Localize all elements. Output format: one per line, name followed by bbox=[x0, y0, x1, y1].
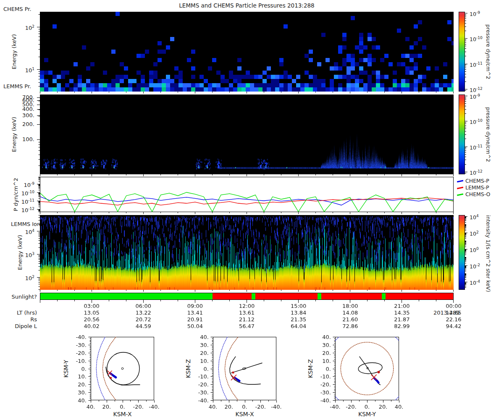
sunlight-row-label: Sunlight? bbox=[8, 294, 37, 300]
colorbar-intensity-ions bbox=[459, 215, 465, 290]
x-axis-ticks bbox=[40, 92, 454, 94]
y-axis-ticks bbox=[36, 94, 40, 174]
colorbar-tick-label: 10-11 bbox=[470, 143, 489, 151]
orbit-x-tick-label: -40. bbox=[144, 404, 164, 410]
orbit-y-tick-label: -40. bbox=[71, 334, 87, 340]
orbit-y-tick-label: 30. bbox=[194, 342, 209, 348]
colorbar-pressure-lemms bbox=[459, 94, 465, 174]
ephemeris-value: 94.42 bbox=[442, 323, 465, 329]
orbit-y-tick-label: -30. bbox=[316, 389, 331, 396]
sunlight-indicator-bar bbox=[40, 293, 454, 300]
y-axis-tick-label: 300. bbox=[9, 112, 34, 118]
time-tick-label: 15:00 bbox=[287, 303, 310, 309]
ephemeris-value: 21.87 bbox=[390, 316, 414, 323]
row-label-rs: Rs bbox=[1, 316, 37, 323]
orbit-y-tick-label: 0. bbox=[194, 366, 209, 372]
colorbar-tick-label: 10-4 bbox=[470, 278, 489, 286]
y-axis-tick-label: 103 bbox=[9, 251, 34, 258]
legend-item-lemms-p: LEMMS-P bbox=[457, 184, 490, 191]
ephemeris-value: 50.04 bbox=[183, 323, 207, 329]
colorbar-tick-label: 102 bbox=[470, 229, 489, 237]
y-axis-tick-label: 102 bbox=[9, 24, 34, 31]
sunlight-segment bbox=[321, 293, 382, 299]
y-axis-tick-label: 400. bbox=[9, 106, 34, 112]
time-tick-label: 03:00 bbox=[80, 303, 103, 309]
ephemeris-value: 20.72 bbox=[131, 316, 155, 323]
ephemeris-value: 82.99 bbox=[390, 323, 414, 329]
orbit-y-tick-label: 40. bbox=[316, 334, 331, 340]
orbit1-x-axis-label: KSM-X bbox=[91, 411, 154, 417]
orbit-plot-2 bbox=[207, 331, 282, 405]
ephemeris-value: 56.47 bbox=[235, 323, 259, 329]
colorbar-ticks bbox=[465, 12, 469, 92]
y-axis-tick-label: 102 bbox=[9, 274, 34, 281]
ephemeris-value: 64.04 bbox=[287, 323, 310, 329]
ephemeris-value: 21.35 bbox=[287, 316, 310, 323]
ephemeris-value: 13.22 bbox=[131, 310, 155, 316]
sunlight-segment bbox=[40, 293, 213, 299]
orbit-y-tick-label: -20. bbox=[71, 350, 87, 356]
y-axis-tick-label: 104 bbox=[9, 228, 34, 235]
colorbar-ticks bbox=[465, 94, 469, 174]
row-label-dipole-l: Dipole L bbox=[1, 323, 37, 329]
colorbar-tick-label: 104 bbox=[470, 213, 489, 220]
legend-label-chems-o: CHEMS-O bbox=[465, 191, 490, 197]
colorbar-tick-label: 10-9 bbox=[470, 92, 489, 100]
sunlight-segment bbox=[213, 293, 252, 299]
orbit-y-tick-label: 20. bbox=[316, 350, 331, 356]
orbit-y-tick-label: -10. bbox=[194, 373, 209, 380]
orbit-y-tick-label: -10. bbox=[316, 373, 331, 380]
line-plot-legend: CHEMS-P LEMMS-P CHEMS-O bbox=[457, 178, 490, 198]
time-tick-label: 12:00 bbox=[235, 303, 259, 309]
orbit-plot-1 bbox=[85, 331, 160, 405]
colorbar-tick-label: 10-10 bbox=[470, 118, 489, 125]
panel-label-chems-pressure: CHEMS Pr. bbox=[3, 6, 32, 12]
colorbar-title-pressure-2: pressure dyne/cm^2 bbox=[485, 94, 491, 174]
time-tick-label: 21:00 bbox=[390, 303, 414, 309]
time-tick-label: 00:00 bbox=[442, 303, 465, 309]
ephemeris-value: 20.56 bbox=[80, 316, 103, 323]
legend-swatch-lemms-p bbox=[457, 186, 463, 189]
orbit-y-tick-label: 10. bbox=[316, 358, 331, 364]
particle-pressure-line-plot bbox=[40, 177, 454, 212]
orbit-y-tick-label: 40. bbox=[71, 397, 87, 404]
ephemeris-value: 72.86 bbox=[339, 323, 362, 329]
ephemeris-value: 21.60 bbox=[339, 316, 362, 323]
particle-pressure-summary-plot: LEMMS and CHEMS Particle Pressures 2013:… bbox=[0, 0, 504, 420]
legend-label-lemms-p: LEMMS-P bbox=[465, 184, 489, 191]
colorbar-tick-label: 10-10 bbox=[470, 35, 489, 42]
x-axis-ticks bbox=[40, 290, 454, 293]
row-label-lt: LT (hrs) bbox=[1, 310, 37, 316]
colorbar-tick-label: 10-11 bbox=[470, 60, 489, 68]
colorbar-tick-label: 10-12 bbox=[470, 168, 489, 176]
legend-swatch-chems-p bbox=[457, 180, 463, 182]
lemms-ions-spectrogram bbox=[40, 215, 454, 290]
chems-pressure-spectrogram bbox=[40, 12, 454, 92]
orbit1-y-axis-label: KSM-Y bbox=[63, 337, 69, 400]
ephemeris-value: 13.05 bbox=[80, 310, 103, 316]
ephemeris-value: 21.12 bbox=[235, 316, 259, 323]
y-axis-tick-label: 200. bbox=[9, 121, 34, 127]
ephemeris-value: 14.08 bbox=[339, 310, 362, 316]
ephemeris-value: 20.91 bbox=[183, 316, 207, 323]
orbit-y-tick-label: 10. bbox=[71, 373, 87, 380]
orbit-plot-3 bbox=[329, 331, 405, 405]
y-axis-ticks bbox=[36, 12, 40, 92]
legend-label-chems-p: CHEMS-P bbox=[465, 178, 489, 184]
legend-item-chems-p: CHEMS-P bbox=[457, 178, 490, 184]
ephemeris-value: 14.65 bbox=[442, 310, 465, 316]
colorbar-tick-label: 10-9 bbox=[470, 10, 489, 17]
x-axis-ticks bbox=[40, 212, 454, 215]
orbit-x-tick-label: -40. bbox=[266, 404, 286, 410]
time-tick-label: 18:00 bbox=[339, 303, 362, 309]
legend-swatch-chems-o bbox=[457, 193, 463, 196]
orbit-y-tick-label: 30. bbox=[71, 389, 87, 396]
ephemeris-value: 13.41 bbox=[183, 310, 207, 316]
sunlight-segment bbox=[386, 293, 453, 299]
time-tick-label: 06:00 bbox=[131, 303, 155, 309]
ephemeris-value: 44.59 bbox=[131, 323, 155, 329]
ephemeris-value: 13.61 bbox=[235, 310, 259, 316]
sunlight-segment bbox=[252, 293, 255, 299]
time-tick-label: 09:00 bbox=[183, 303, 207, 309]
colorbar-tick-label: 100 bbox=[470, 246, 489, 253]
